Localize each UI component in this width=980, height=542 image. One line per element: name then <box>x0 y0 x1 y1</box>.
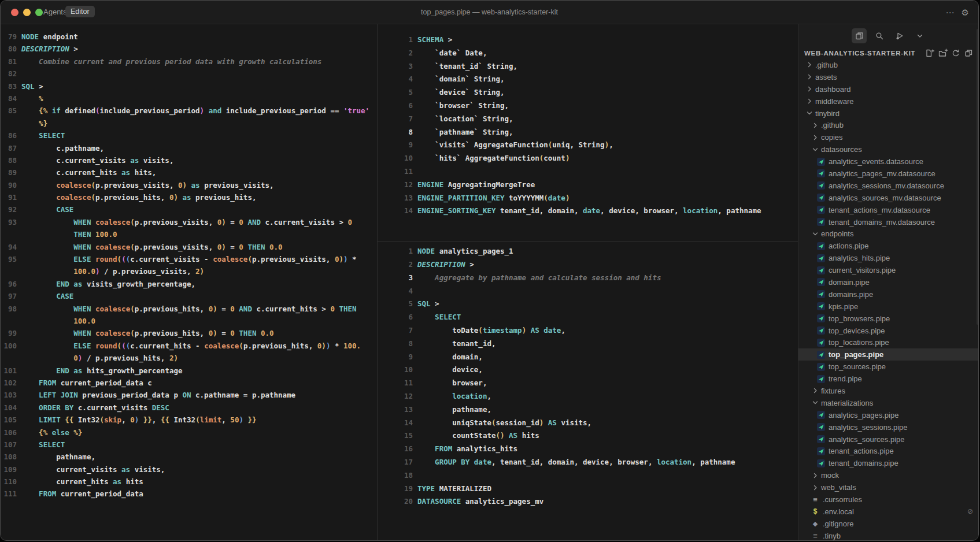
code-line[interactable]: 5SQL > <box>378 298 798 311</box>
code-line[interactable]: 18 <box>378 469 798 482</box>
code-line[interactable]: 89 c.current_hits as hits, <box>1 166 377 179</box>
code-line[interactable]: 96 END as visits_growth_percentage, <box>1 278 377 290</box>
code-line[interactable]: 108 pathname, <box>1 451 377 463</box>
code-line[interactable]: 12 location, <box>378 390 798 403</box>
refresh-icon[interactable] <box>951 49 960 58</box>
minimize-button[interactable] <box>23 9 31 16</box>
code-line[interactable]: 12ENGINE AggregatingMergeTree <box>378 179 798 192</box>
node-section[interactable]: 1NODE analytics_pages_12DESCRIPTION >3 A… <box>378 242 798 508</box>
middle-editor-pane[interactable]: 1SCHEMA >2 `date` Date,3 `tenant_id` Str… <box>378 24 798 541</box>
tree-item-.cursorrules[interactable]: ≡.cursorrules <box>798 493 979 506</box>
tab-editor[interactable]: Editor <box>65 6 95 17</box>
tree-item-datasources[interactable]: datasources <box>798 143 979 155</box>
code-line[interactable]: 8 tenant_id, <box>378 337 798 351</box>
code-line[interactable]: 110 current_hits as hits <box>1 476 377 488</box>
left-editor-pane[interactable]: 79NODE endpoint80DESCRIPTION >81 Combine… <box>1 24 377 541</box>
tree-item-top_sources.pipe[interactable]: top_sources.pipe <box>798 361 979 373</box>
tree-item-dashboard[interactable]: dashboard <box>798 83 979 95</box>
code-line[interactable]: 99 WHEN coalesce(p.previous_hits, 0) = 0… <box>1 327 377 339</box>
code-line[interactable]: 6 SELECT <box>378 311 798 324</box>
tree-item-trend.pipe[interactable]: trend.pipe <box>798 373 979 385</box>
code-line[interactable]: 98 WHEN coalesce(p.previous_hits, 0) = 0… <box>1 303 377 315</box>
tree-item-analytics_pages_mv.datasource[interactable]: analytics_pages_mv.datasource <box>798 168 979 180</box>
code-line[interactable]: 2DESCRIPTION > <box>378 258 798 272</box>
code-line[interactable]: 104 ORDER BY c.current_visits DESC <box>1 402 377 414</box>
tree-item-tenant_domains_mv.datasource[interactable]: tenant_domains_mv.datasource <box>798 216 979 228</box>
code-line[interactable]: 111 FROM current_period_data <box>1 488 377 500</box>
chevron-right-icon[interactable] <box>805 97 813 105</box>
tree-item-top_devices.pipe[interactable]: top_devices.pipe <box>798 325 979 337</box>
tree-item-analytics_sessions_mv.datasource[interactable]: analytics_sessions_mv.datasource <box>798 180 979 192</box>
code-line[interactable]: 84 % <box>1 92 377 105</box>
tree-item-endpoints[interactable]: endpoints <box>798 228 979 240</box>
new-file-icon[interactable] <box>924 49 934 58</box>
tree-item-middleware[interactable]: middleware <box>798 95 979 107</box>
code-line[interactable]: 11 browser, <box>378 377 798 390</box>
code-line[interactable]: 11 <box>378 165 798 179</box>
tree-item-top_locations.pipe[interactable]: top_locations.pipe <box>798 336 979 348</box>
settings-gear-icon[interactable]: ⚙ <box>961 8 969 17</box>
debug-icon[interactable] <box>892 28 907 43</box>
code-line[interactable]: 9 `visits` AggregateFunction(uniq, Strin… <box>378 139 798 152</box>
close-button[interactable] <box>11 9 19 16</box>
code-line[interactable]: 13ENGINE_PARTITION_KEY toYYYYMM(date) <box>378 192 798 205</box>
code-line[interactable]: 95 ELSE round(((c.current_visits - coale… <box>1 253 377 265</box>
code-line[interactable]: 3 `tenant_id` String, <box>378 60 798 73</box>
code-line[interactable]: 83SQL > <box>1 80 377 92</box>
tree-item-tenant_actions.pipe[interactable]: tenant_actions.pipe <box>798 446 979 458</box>
chevron-right-icon[interactable] <box>811 121 819 129</box>
search-icon[interactable] <box>872 28 887 43</box>
tree-item-domains.pipe[interactable]: domains.pipe <box>798 288 979 300</box>
chevron-down-icon[interactable] <box>912 28 927 43</box>
zoom-button[interactable] <box>35 9 43 16</box>
code-line[interactable]: 85 {% if defined(include_previous_period… <box>1 105 377 117</box>
chevron-down-icon[interactable] <box>805 109 813 117</box>
code-line[interactable]: 82 <box>1 68 377 80</box>
new-folder-icon[interactable] <box>938 49 948 58</box>
tree-item-analytics_hits.pipe[interactable]: analytics_hits.pipe <box>798 252 979 264</box>
code-line[interactable]: 86 SELECT <box>1 129 377 142</box>
tree-item-fixtures[interactable]: fixtures <box>798 385 979 397</box>
chevron-right-icon[interactable] <box>811 484 819 492</box>
code-line[interactable]: 7 `location` String, <box>378 113 798 126</box>
tree-item-.github[interactable]: .github <box>798 119 979 131</box>
tree-item-current_visitors.pipe[interactable]: current_visitors.pipe <box>798 264 979 276</box>
code-line[interactable]: 105 LIMIT {{ Int32(skip, 0) }}, {{ Int32… <box>1 414 377 426</box>
code-line[interactable]: THEN 100.0 <box>1 228 377 240</box>
code-line[interactable]: 102 FROM current_period_data c <box>1 377 377 389</box>
code-line[interactable]: 103 LEFT JOIN previous_period_data p ON … <box>1 389 377 401</box>
tree-item-.env.local[interactable]: $.env.local⊘ <box>798 506 979 518</box>
sidebar-scrollbar[interactable] <box>977 29 979 325</box>
code-line[interactable]: 7 toDate(timestamp) AS date, <box>378 324 798 337</box>
code-line[interactable]: 1NODE analytics_pages_1 <box>378 245 798 258</box>
code-line[interactable]: 14 uniqState(session_id) AS visits, <box>378 417 798 430</box>
code-line[interactable]: 100 ELSE round(((c.current_hits - coales… <box>1 340 377 352</box>
code-line[interactable]: 79NODE endpoint <box>1 31 377 43</box>
code-line[interactable]: 94 WHEN coalesce(p.previous_visits, 0) =… <box>1 241 377 253</box>
code-line[interactable]: 14ENGINE_SORTING_KEY tenant_id, domain, … <box>378 205 798 218</box>
tree-item-analytics_events.datasource[interactable]: analytics_events.datasource <box>798 155 979 168</box>
code-line[interactable]: 80DESCRIPTION > <box>1 43 377 55</box>
tree-item-analytics_sessions.pipe[interactable]: analytics_sessions.pipe <box>798 421 979 433</box>
tree-item-domain.pipe[interactable]: domain.pipe <box>798 276 979 288</box>
tree-item-analytics_sources_mv.datasource[interactable]: analytics_sources_mv.datasource <box>798 192 979 204</box>
chevron-right-icon[interactable] <box>811 387 819 395</box>
schema-section[interactable]: 1SCHEMA >2 `date` Date,3 `tenant_id` Str… <box>378 24 798 242</box>
code-line[interactable]: 19TYPE MATERIALIZED <box>378 482 798 496</box>
tree-item-tinybird[interactable]: tinybird <box>798 107 979 120</box>
tree-item-mock[interactable]: mock <box>798 469 979 481</box>
code-line[interactable]: 93 WHEN coalesce(p.previous_visits, 0) =… <box>1 216 377 228</box>
code-line[interactable]: 4 `domain` String, <box>378 73 798 86</box>
code-line[interactable]: 5 `device` String, <box>378 86 798 99</box>
code-line[interactable]: 20DATASOURCE analytics_pages_mv <box>378 495 798 508</box>
tree-item-analytics_sources.pipe[interactable]: analytics_sources.pipe <box>798 433 979 446</box>
code-line[interactable]: 10 `hits` AggregateFunction(count) <box>378 152 798 165</box>
code-line[interactable]: 107 SELECT <box>1 439 377 451</box>
code-line[interactable]: 1SCHEMA > <box>378 34 798 47</box>
chevron-right-icon[interactable] <box>805 85 813 93</box>
files-icon[interactable] <box>852 28 867 43</box>
code-line[interactable]: 16 FROM analytics_hits <box>378 443 798 456</box>
code-line[interactable]: 15 countState() AS hits <box>378 429 798 443</box>
code-line[interactable]: 87 c.pathname, <box>1 142 377 154</box>
tree-item-.gitignore[interactable]: ◆.gitignore <box>798 518 979 530</box>
